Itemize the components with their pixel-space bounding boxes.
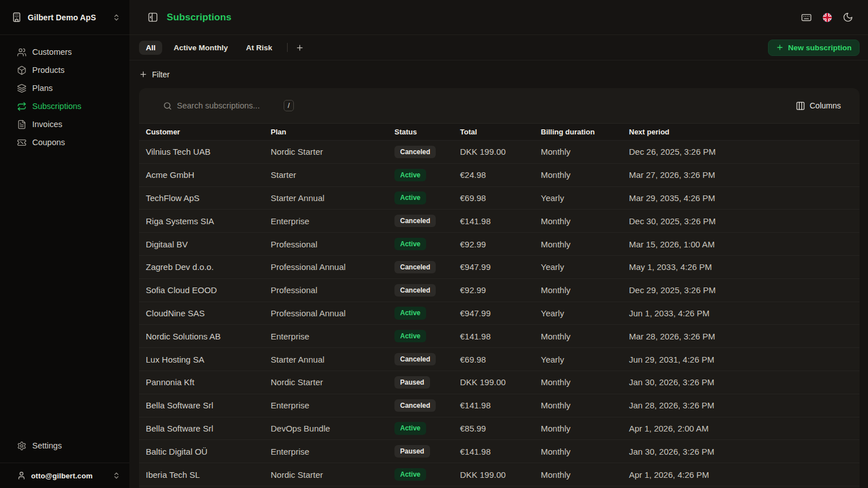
cell-total: €141.98 [460,400,541,410]
cell-plan: Professional [271,285,394,295]
cell-billing-duration: Monthly [541,216,629,226]
tab-active-monthly[interactable]: Active Monthly [167,41,235,55]
keyboard-shortcuts-icon[interactable] [801,12,812,23]
table-row[interactable]: Pannonia Kft Nordic Starter Paused DKK 1… [139,371,860,394]
layers-icon [17,84,27,93]
cell-next-period: Jan 30, 2026, 3:26 PM [629,447,860,456]
cell-total: €141.98 [460,447,541,456]
column-header-customer[interactable]: Customer [146,128,271,136]
sidebar-nav: Customers Products Plans Subscriptions I… [0,35,129,159]
org-switcher[interactable]: Gilbert Demo ApS [0,0,129,35]
cell-next-period: Apr 1, 2026, 2:00 AM [629,424,860,433]
table-row[interactable]: Iberia Tech SL Nordic Starter Active DKK… [139,463,860,486]
table-row[interactable]: TechFlow ApS Starter Annual Active €69.9… [139,187,860,210]
cell-billing-duration: Yearly [541,355,629,364]
columns-label: Columns [810,101,841,110]
table-row[interactable]: Nordic Solutions AB Enterprise Active €1… [139,325,860,348]
cell-customer: Vilnius Tech UAB [146,147,271,156]
sidebar-item-settings[interactable]: Settings [7,437,123,455]
main-area: Subscriptions AllActive Mont [129,0,868,488]
columns-button[interactable]: Columns [796,101,841,111]
cell-billing-duration: Monthly [541,470,629,480]
table-row[interactable]: Zagreb Dev d.o.o. Professional Annual Ca… [139,256,860,279]
table-row[interactable]: Lux Hosting SA Starter Annual Canceled €… [139,348,860,371]
sidebar-item-coupons[interactable]: Coupons [7,133,123,151]
user-email: otto@gilbert.com [31,472,107,480]
sidebar-item-products[interactable]: Products [7,61,123,79]
filter-row: Filter [129,60,868,88]
content-area: / Columns CustomerPlanStatusTotalBilling… [129,88,868,488]
cell-billing-duration: Monthly [541,285,629,295]
column-header-next-period[interactable]: Next period [629,128,860,136]
add-filter-button[interactable]: Filter [139,70,170,79]
cell-total: €947.99 [460,308,541,318]
table-row[interactable]: CloudNine SAS Professional Annual Active… [139,302,860,325]
cell-plan: Professional [271,239,394,249]
cell-customer: Riga Systems SIA [146,216,271,226]
cell-plan: Nordic Starter [271,470,394,480]
new-subscription-button[interactable]: New subscription [768,40,860,56]
cell-customer: Digitaal BV [146,239,271,249]
cell-billing-duration: Monthly [541,147,629,156]
cell-next-period: Apr 1, 2026, 4:26 PM [629,470,860,480]
sidebar-item-label: Subscriptions [32,102,81,111]
tab-all[interactable]: All [139,41,162,55]
cell-plan: Professional Annual [271,308,394,318]
cell-plan: Professional Annual [271,262,394,272]
cell-total: €92.99 [460,285,541,295]
ticket-icon [17,138,27,147]
column-header-billing-duration[interactable]: Billing duration [541,128,629,136]
repeat-icon [17,102,27,111]
cell-customer: Zagreb Dev d.o.o. [146,262,271,272]
dark-mode-moon-icon[interactable] [843,12,853,23]
cell-total: €69.98 [460,193,541,203]
topbar: Subscriptions [129,0,868,35]
tab-at-risk[interactable]: At Risk [239,41,279,55]
cell-next-period: Mar 29, 2035, 4:26 PM [629,193,860,203]
sidebar-item-invoices[interactable]: Invoices [7,115,123,133]
sidebar-item-subscriptions[interactable]: Subscriptions [7,97,123,115]
cell-plan: Nordic Starter [271,377,394,387]
table-row[interactable]: Riga Systems SIA Enterprise Canceled €14… [139,210,860,233]
status-badge: Canceled [394,399,436,412]
table-row[interactable]: Vilnius Tech UAB Nordic Starter Canceled… [139,141,860,164]
search-input[interactable] [172,98,543,114]
cell-next-period: Jun 1, 2033, 4:26 PM [629,308,860,318]
user-menu[interactable]: otto@gilbert.com [0,463,129,488]
cell-plan: DevOps Bundle [271,424,394,433]
building-icon [11,12,22,23]
cell-billing-duration: Monthly [541,424,629,433]
sidebar-item-label: Settings [32,441,62,450]
sidebar-item-plans[interactable]: Plans [7,79,123,97]
plus-icon [139,70,147,79]
language-flag-icon[interactable] [822,12,833,23]
table-row[interactable]: Baltic Digital OÜ Enterprise Paused €141… [139,440,860,463]
sidebar-toggle-icon[interactable] [147,12,158,23]
cell-customer: Pannonia Kft [146,377,271,387]
table-body: Vilnius Tech UAB Nordic Starter Canceled… [139,141,860,488]
column-header-total[interactable]: Total [460,128,541,136]
table-row[interactable]: Acme GmbH Starter Active €24.98 Monthly … [139,164,860,187]
cell-billing-duration: Monthly [541,170,629,180]
add-view-button[interactable] [293,41,306,54]
plus-icon [296,43,304,52]
cell-next-period: Dec 29, 2025, 3:26 PM [629,285,860,295]
sidebar-item-customers[interactable]: Customers [7,43,123,61]
column-header-status[interactable]: Status [394,128,460,136]
plus-icon [776,43,784,51]
cell-total: €141.98 [460,216,541,226]
table-row[interactable]: Sofia Cloud EOOD Professional Canceled €… [139,279,860,302]
status-badge: Canceled [394,215,436,227]
column-header-plan[interactable]: Plan [271,128,394,136]
cell-customer: Nordic Solutions AB [146,332,271,341]
filter-label: Filter [152,70,170,79]
slash-shortcut-key: / [284,100,294,111]
subscriptions-card: / Columns CustomerPlanStatusTotalBilling… [139,88,860,488]
table-row[interactable]: Bella Software Srl DevOps Bundle Active … [139,417,860,441]
cell-plan: Enterprise [271,216,394,226]
cell-customer: Acme GmbH [146,170,271,180]
cell-total: €947.99 [460,262,541,272]
table-row[interactable]: Bella Software Srl Enterprise Canceled €… [139,394,860,417]
chevrons-up-down-icon [112,14,120,21]
table-row[interactable]: Digitaal BV Professional Active €92.99 M… [139,233,860,256]
